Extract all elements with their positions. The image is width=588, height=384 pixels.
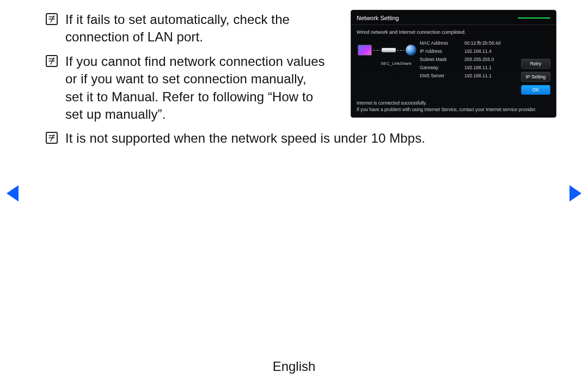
panel-title: Network Setting	[357, 15, 399, 21]
note-item: It is not supported when the network spe…	[46, 130, 547, 147]
note-icon	[46, 13, 58, 25]
connection-diagram: SEC_LinkShare	[358, 41, 414, 66]
ip-address-value: 192.168.11.4	[464, 48, 516, 54]
network-values: MAC Address 00:12:fb:2b:56:4d IP Address…	[420, 40, 516, 78]
gateway-value: 192.168.11.1	[464, 65, 516, 70]
sec-linkshare-label: SEC_LinkShare	[381, 61, 412, 66]
mac-address-label: MAC Address	[420, 40, 458, 46]
connection-status: Wired network and Internet connection co…	[357, 29, 550, 35]
dns-server-value: 192.168.11.1	[464, 73, 516, 78]
note-text: If it fails to set automatically, check …	[65, 11, 299, 46]
globe-icon	[406, 45, 416, 56]
link-line-icon	[373, 50, 381, 51]
note-icon	[46, 132, 58, 144]
footer-line-2: If you have a problem with using Interne…	[357, 107, 550, 113]
ip-setting-button[interactable]: IP Setting	[521, 72, 550, 82]
divider	[351, 25, 556, 25]
note-text: It is not supported when the network spe…	[65, 130, 512, 147]
language-label: English	[0, 359, 588, 374]
tv-icon	[358, 45, 372, 56]
dns-server-label: DNS Server	[420, 73, 458, 78]
retry-button[interactable]: Retry	[521, 59, 550, 69]
ok-button[interactable]: OK	[521, 85, 550, 95]
router-icon	[382, 48, 396, 51]
subnet-mask-value: 255.255.255.0	[464, 57, 516, 62]
link-line-icon	[397, 50, 405, 51]
footer-line-1: Internet is connected successfully.	[357, 100, 550, 107]
network-setting-panel: Network Setting Wired network and Intern…	[351, 10, 556, 118]
panel-mid: SEC_LinkShare MAC Address 00:12:fb:2b:56…	[357, 40, 550, 95]
subnet-mask-label: Subnet Mask	[420, 57, 458, 62]
mac-address-value: 00:12:fb:2b:56:4d	[464, 40, 516, 46]
panel-title-row: Network Setting	[357, 15, 550, 21]
prev-page-arrow[interactable]	[7, 185, 19, 202]
progress-accent	[518, 17, 550, 19]
next-page-arrow[interactable]	[569, 185, 581, 202]
note-icon	[46, 55, 58, 67]
note-text: If you cannot find network connection va…	[65, 53, 327, 124]
panel-buttons: Retry IP Setting OK	[521, 59, 550, 95]
ip-address-label: IP Address	[420, 48, 458, 54]
gateway-label: Gareway	[420, 65, 458, 70]
panel-footer: Internet is connected successfully. If y…	[357, 100, 550, 113]
